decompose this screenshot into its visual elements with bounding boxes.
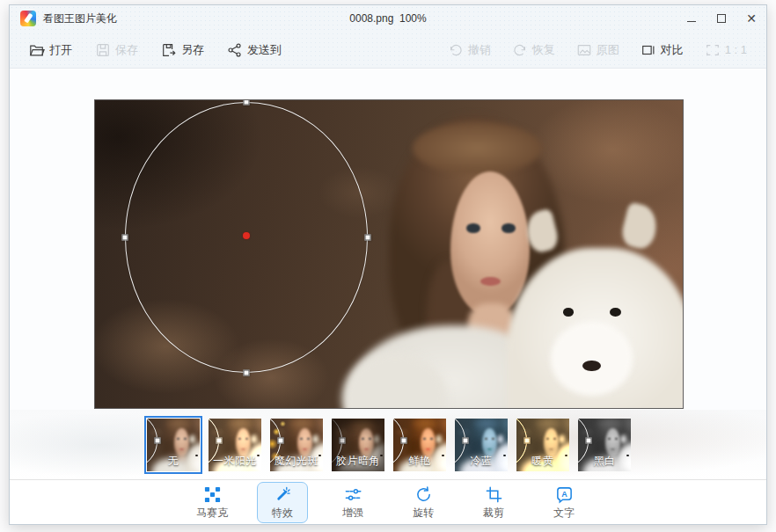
tool-text[interactable]: A 文字: [538, 482, 589, 523]
undo-icon: [448, 42, 464, 58]
selection-handle-top[interactable]: [243, 100, 249, 106]
selection-handle-left[interactable]: [122, 235, 128, 241]
minimize-button[interactable]: [677, 5, 706, 32]
app-title: 看图王图片美化: [43, 11, 117, 26]
text-icon: A: [555, 485, 574, 504]
mosaic-icon: [203, 485, 222, 504]
selection-handle-right: [524, 438, 531, 444]
selection-handle-right: [216, 438, 223, 444]
filter-thumb-label: 无: [147, 454, 200, 469]
woman-lips: [241, 448, 245, 450]
send-to-button[interactable]: 发送到: [227, 42, 282, 58]
selection-handle-bottom[interactable]: [243, 370, 249, 376]
filter-thumb-label: 胶片暗角: [332, 454, 384, 469]
magic-wand-icon: [274, 485, 292, 504]
filter-thumbnail-strip: 无 一米阳光: [147, 419, 631, 471]
filter-thumb-label: 冷蓝: [455, 454, 508, 469]
compare-icon: [641, 42, 656, 58]
filter-thumb-label: 一米阳光: [209, 454, 261, 469]
pencil-icon: [24, 13, 33, 24]
filter-thumb-5[interactable]: 冷蓝: [455, 419, 508, 471]
one-to-one-icon: [705, 42, 721, 58]
toolbar-right-group: 撤销 恢复 原图 对比 1 : 1: [427, 42, 747, 58]
selection-handle-right: [340, 438, 346, 444]
selection-handle-right: [401, 438, 407, 444]
maximize-button[interactable]: [706, 5, 736, 32]
sliders-icon: [344, 485, 362, 504]
crop-icon: [485, 485, 503, 504]
woman-lips: [364, 448, 368, 450]
zoom-level: 100%: [399, 12, 427, 25]
save-button[interactable]: 保存: [95, 42, 138, 58]
dog-muzzle: [551, 322, 633, 396]
maximize-icon: [717, 14, 726, 23]
tool-effects[interactable]: 特效: [257, 482, 308, 523]
one-to-one-button[interactable]: 1 : 1: [705, 42, 747, 58]
selection-handle-right[interactable]: [364, 235, 370, 241]
selection-handle-right: [463, 438, 469, 444]
selection-center-dot[interactable]: [243, 232, 250, 239]
editor-canvas-area: 无 一米阳光: [10, 69, 766, 479]
woman-lips: [179, 448, 183, 450]
filter-thumb-label: 鲜艳: [393, 454, 446, 469]
filter-thumb-3[interactable]: 胶片暗角: [332, 419, 384, 471]
filter-thumb-2[interactable]: 魔幻光斑: [270, 419, 323, 471]
filter-thumb-6[interactable]: 暖黄: [516, 419, 569, 471]
woman-lips: [549, 448, 553, 450]
tool-enhance[interactable]: 增强: [327, 482, 378, 523]
photo-scene: [95, 100, 683, 408]
woman-eye-right: [501, 223, 515, 233]
save-as-icon: [161, 42, 177, 58]
filter-thumb-label: 魔幻光斑: [270, 454, 323, 469]
main-toolbar: 打开 保存 另存 发送到 撤销 恢复 原图: [10, 32, 766, 69]
selection-handle-right: [155, 438, 161, 444]
app-window: 看图王图片美化 0008.png 100% ✕ 打开 保存 另存 发送到: [9, 4, 767, 525]
woman-lips: [303, 448, 306, 450]
filter-thumb-label: 黑白: [578, 454, 631, 469]
filter-thumb-1[interactable]: 一米阳光: [209, 419, 261, 471]
woman-lips: [480, 277, 501, 286]
dog-eye-right: [610, 308, 621, 317]
woman-lips: [487, 448, 491, 450]
share-icon: [227, 42, 243, 58]
bottom-toolbar: 马赛克 特效 增强 旋转 裁剪 A 文字: [10, 479, 766, 524]
redo-button[interactable]: 恢复: [512, 42, 555, 58]
folder-open-icon: [29, 42, 45, 58]
open-button[interactable]: 打开: [29, 42, 72, 58]
filter-thumb-0[interactable]: 无: [147, 419, 200, 471]
filename: 0008.png: [349, 12, 393, 25]
app-logo-icon: [20, 11, 36, 26]
redo-icon: [512, 42, 528, 58]
title-bar: 看图王图片美化 0008.png 100% ✕: [10, 5, 766, 32]
tool-crop[interactable]: 裁剪: [468, 482, 519, 523]
dog-ear-right: [619, 201, 661, 251]
filter-thumb-4[interactable]: 鲜艳: [393, 419, 446, 471]
image-icon: [576, 42, 592, 58]
filter-thumb-label: 暖黄: [516, 454, 569, 469]
tool-rotate[interactable]: 旋转: [398, 482, 449, 523]
rotate-icon: [414, 485, 433, 504]
undo-button[interactable]: 撤销: [448, 42, 491, 58]
compare-button[interactable]: 对比: [641, 42, 684, 58]
minimize-icon: [687, 21, 696, 22]
save-as-button[interactable]: 另存: [161, 42, 204, 58]
woman-braid: [413, 122, 542, 175]
woman-lips: [426, 448, 429, 450]
tool-mosaic[interactable]: 马赛克: [187, 482, 238, 523]
woman-lips: [611, 448, 614, 450]
woman-eye-left: [466, 223, 480, 233]
close-icon: ✕: [746, 11, 757, 26]
svg-text:A: A: [561, 489, 567, 498]
original-image-button[interactable]: 原图: [576, 42, 619, 58]
filter-thumb-7[interactable]: 黑白: [578, 419, 631, 471]
selection-handle-right: [586, 438, 592, 444]
photo-canvas: [95, 100, 683, 408]
close-button[interactable]: ✕: [736, 5, 766, 32]
selection-handle-right: [278, 438, 284, 444]
save-icon: [95, 42, 111, 58]
window-controls: ✕: [677, 5, 766, 32]
filename-and-zoom: 0008.png 100%: [10, 12, 766, 25]
